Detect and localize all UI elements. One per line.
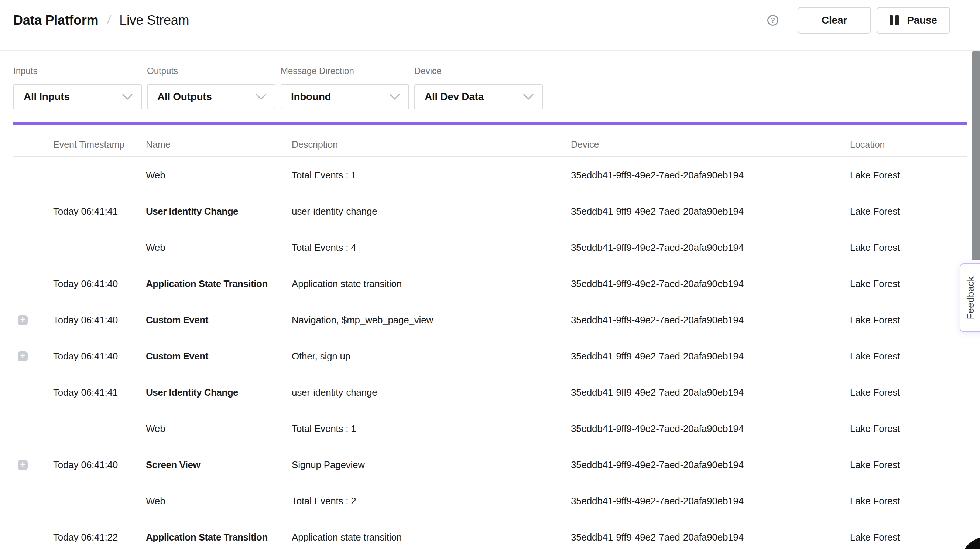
expander-cell: + xyxy=(13,351,53,361)
clear-button[interactable]: Clear xyxy=(798,7,871,34)
expander-cell: + xyxy=(13,388,53,397)
event-description-cell: Total Events : 1 xyxy=(292,169,571,181)
plus-icon: + xyxy=(20,460,25,469)
device-id-cell: 35eddb41-9ff9-49e2-7aed-20afa90eb194 xyxy=(571,169,850,181)
event-timestamp-cell: Today 06:41:40 xyxy=(53,351,146,362)
location-cell: Lake Forest xyxy=(850,242,967,254)
column-header-name: Name xyxy=(146,139,292,150)
expander-cell: + xyxy=(13,170,53,180)
table-body: + Web Total Events : 1 35eddb41-9ff9-49e… xyxy=(13,157,967,549)
event-name-cell: Custom Event xyxy=(146,351,292,362)
expander-cell: + xyxy=(13,279,53,289)
location-cell: Lake Forest xyxy=(850,387,967,398)
filter-inputs: Inputs All Inputs xyxy=(13,51,142,109)
filter-label: Outputs xyxy=(147,66,275,76)
table-row: + Today 06:41:40 Screen View Signup Page… xyxy=(13,447,967,483)
event-description-cell: user-identity-change xyxy=(292,387,571,398)
event-name-cell: Custom Event xyxy=(146,314,292,326)
table-row: + Web Total Events : 1 35eddb41-9ff9-49e… xyxy=(13,157,967,193)
location-cell: Lake Forest xyxy=(850,278,967,290)
expander-cell: + xyxy=(13,424,53,434)
device-id-cell: 35eddb41-9ff9-49e2-7aed-20afa90eb194 xyxy=(571,423,850,434)
expander-cell: + xyxy=(13,243,53,253)
column-header-description: Description xyxy=(292,139,571,150)
location-cell: Lake Forest xyxy=(850,314,967,326)
table-row: + Today 06:41:41 User Identity Change us… xyxy=(13,193,967,230)
page-header: Data Platform / Live Stream ? Clear Paus… xyxy=(0,0,980,51)
events-table: Event TimestampNameDescriptionDeviceLoca… xyxy=(13,125,967,549)
feedback-tab-label: Feedback xyxy=(965,276,976,319)
expander-cell: + xyxy=(13,460,53,470)
event-timestamp-cell: Today 06:41:40 xyxy=(53,459,146,471)
expander-cell: + xyxy=(13,532,53,543)
event-name-cell: Web xyxy=(146,169,292,181)
expander-cell: + xyxy=(13,496,53,506)
breadcrumb-page-title: Live Stream xyxy=(119,13,189,28)
event-description-cell: Other, sign up xyxy=(292,351,571,362)
event-description-cell: Application state transition xyxy=(292,531,571,543)
event-description-cell: Navigation, $mp_web_page_view xyxy=(292,314,571,326)
device-id-cell: 35eddb41-9ff9-49e2-7aed-20afa90eb194 xyxy=(571,495,850,507)
event-name-cell: Application State Transition xyxy=(146,278,292,290)
table-row: + Today 06:41:40 Custom Event Other, sig… xyxy=(13,338,967,374)
filter-device-select[interactable]: All Dev Data xyxy=(414,84,543,109)
filter-label: Inputs xyxy=(13,66,142,76)
location-cell: Lake Forest xyxy=(850,495,967,507)
location-cell: Lake Forest xyxy=(850,459,967,471)
pause-button[interactable]: Pause xyxy=(877,7,950,34)
event-timestamp-cell: Today 06:41:41 xyxy=(53,387,146,398)
event-name-cell: Screen View xyxy=(146,459,292,471)
event-description-cell: Signup Pageview xyxy=(292,459,571,471)
device-id-cell: 35eddb41-9ff9-49e2-7aed-20afa90eb194 xyxy=(571,459,850,471)
vertical-scrollbar-thumb[interactable] xyxy=(972,51,980,260)
breadcrumb-section[interactable]: Data Platform xyxy=(13,13,98,28)
chevron-down-icon xyxy=(122,94,133,100)
location-cell: Lake Forest xyxy=(850,423,967,434)
filter-label: Message Direction xyxy=(281,66,409,76)
table-row: + Web Total Events : 4 35eddb41-9ff9-49e… xyxy=(13,230,967,266)
expand-row-button[interactable]: + xyxy=(18,315,28,325)
chevron-down-icon xyxy=(389,94,400,100)
event-timestamp-cell: Today 06:41:41 xyxy=(53,206,146,217)
chevron-down-icon xyxy=(523,94,534,100)
event-description-cell: Application state transition xyxy=(292,278,571,290)
table-row: + Web Total Events : 1 35eddb41-9ff9-49e… xyxy=(13,410,967,447)
table-row: + Today 06:41:41 User Identity Change us… xyxy=(13,374,967,410)
location-cell: Lake Forest xyxy=(850,206,967,217)
filter-message-direction: Message Direction Inbound xyxy=(281,51,409,109)
column-header-location: Location xyxy=(850,139,967,150)
pause-icon xyxy=(889,15,899,26)
event-name-cell: Application State Transition xyxy=(146,531,292,543)
filter-message-direction-select[interactable]: Inbound xyxy=(281,84,409,109)
event-name-cell: User Identity Change xyxy=(146,206,292,217)
filter-device: Device All Dev Data xyxy=(414,51,543,109)
location-cell: Lake Forest xyxy=(850,351,967,362)
plus-icon: + xyxy=(20,351,25,360)
accent-divider xyxy=(13,122,967,125)
event-name-cell: User Identity Change xyxy=(146,387,292,398)
column-header-device: Device xyxy=(571,139,850,150)
table-header-row: Event TimestampNameDescriptionDeviceLoca… xyxy=(13,125,967,157)
expander-cell: + xyxy=(13,315,53,325)
filter-outputs-select[interactable]: All Outputs xyxy=(147,84,275,109)
event-name-cell: Web xyxy=(146,423,292,434)
filter-label: Device xyxy=(414,66,543,76)
help-icon[interactable]: ? xyxy=(767,15,778,26)
event-description-cell: user-identity-change xyxy=(292,206,571,217)
filter-outputs: Outputs All Outputs xyxy=(147,51,275,109)
location-cell: Lake Forest xyxy=(850,531,967,543)
event-name-cell: Web xyxy=(146,242,292,254)
table-row: + Web Total Events : 2 35eddb41-9ff9-49e… xyxy=(13,483,967,519)
expand-row-button[interactable]: + xyxy=(18,460,28,470)
filter-selected-value: All Outputs xyxy=(157,91,212,103)
feedback-tab[interactable]: Feedback xyxy=(960,263,980,332)
event-description-cell: Total Events : 2 xyxy=(292,495,571,507)
event-timestamp-cell: Today 06:41:40 xyxy=(53,314,146,326)
device-id-cell: 35eddb41-9ff9-49e2-7aed-20afa90eb194 xyxy=(571,387,850,398)
filter-selected-value: Inbound xyxy=(291,91,331,103)
expand-row-button[interactable]: + xyxy=(18,351,28,361)
filter-bar: Inputs All Inputs Outputs All Outputs Me… xyxy=(13,51,548,109)
event-description-cell: Total Events : 4 xyxy=(292,242,571,254)
filter-inputs-select[interactable]: All Inputs xyxy=(13,84,142,109)
event-name-cell: Web xyxy=(146,495,292,507)
